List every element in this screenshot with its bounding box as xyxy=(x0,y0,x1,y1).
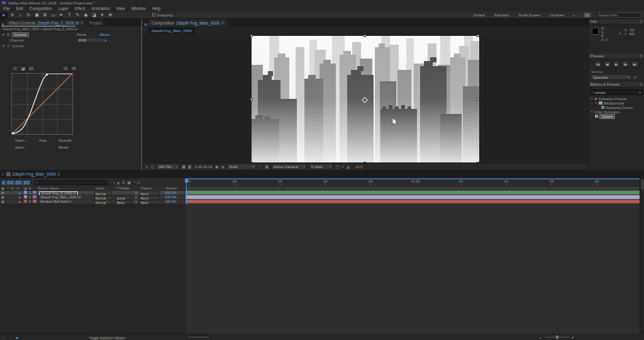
layer-name[interactable]: Medium Red Solid 1 xyxy=(40,200,72,204)
curves-auto-button[interactable]: Auto xyxy=(39,139,47,142)
current-time-display[interactable]: 0:00:00:00 xyxy=(2,179,30,186)
menu-view[interactable]: View xyxy=(113,6,128,11)
eraser-tool-icon[interactable]: ◪ xyxy=(90,12,98,18)
panel-menu-icon[interactable]: ≡ xyxy=(640,20,642,23)
selection-tool-icon[interactable]: ► xyxy=(0,12,8,18)
exposure-value[interactable]: +0.0 xyxy=(355,165,363,169)
previous-frame-button[interactable]: ◀| xyxy=(604,61,611,67)
preset-search-field[interactable]: ⌕ curves × xyxy=(590,89,643,95)
snapshot-icon[interactable]: ◉ xyxy=(215,164,219,169)
show-snapshot-icon[interactable]: ◉ xyxy=(221,164,225,169)
stretch-value[interactable]: 100.0% xyxy=(165,200,177,204)
panel-menu-icon[interactable]: ≡ xyxy=(80,21,83,25)
effect-name[interactable]: Curves xyxy=(12,32,29,37)
expand-icon[interactable]: ▶ xyxy=(19,191,21,195)
hand-tool-icon[interactable]: ✛ xyxy=(8,12,16,18)
pan-behind-tool-icon[interactable]: ⊞ xyxy=(41,12,49,18)
safe-margins-icon[interactable]: ▦ xyxy=(182,164,186,169)
mode-column[interactable]: Mode xyxy=(96,186,104,191)
channel-select[interactable]: RGB ▾ xyxy=(77,38,108,43)
curves-save-button[interactable]: Save... xyxy=(15,145,27,149)
clone-stamp-tool-icon[interactable]: ◉ xyxy=(82,12,90,18)
workspace-default[interactable]: Default xyxy=(474,13,486,17)
curves-reset-button[interactable]: Reset xyxy=(58,145,69,149)
comp-breadcrumb[interactable]: Zdepth Fog_Main_0000 xyxy=(148,28,195,33)
tree-curves-effect[interactable]: Curves xyxy=(589,114,644,118)
trkmat-select[interactable]: Luma▾ xyxy=(116,196,131,200)
parent-select[interactable]: None▾ xyxy=(140,200,160,204)
roto-brush-tool-icon[interactable]: ✦ xyxy=(98,12,106,18)
panel-menu-icon[interactable]: ≡ xyxy=(58,173,60,176)
zoom-out-mountain-icon[interactable]: ▴ xyxy=(540,336,541,339)
mode-select[interactable]: Normal▾ xyxy=(94,191,112,195)
parent-pickwhip-icon[interactable]: ◎ xyxy=(135,191,138,195)
layer-name[interactable]: Zdepth Fog_Main_0000.tif xyxy=(40,195,80,200)
play-button[interactable]: ▶ xyxy=(613,61,619,67)
trkmat-select[interactable]: None▾ xyxy=(116,200,131,204)
flowchart-icon[interactable]: ◭ xyxy=(347,164,350,169)
zoom-slider-handle[interactable] xyxy=(556,336,558,339)
pen-tool-icon[interactable]: ✒ xyxy=(57,12,65,18)
parent-select[interactable]: None▾ xyxy=(140,196,160,200)
comp-current-time[interactable]: 0:00:00:00 xyxy=(194,165,212,169)
eye-icon[interactable]: ◉ xyxy=(1,191,4,195)
composition-viewer[interactable] xyxy=(143,34,588,162)
menu-file[interactable]: File xyxy=(0,6,13,11)
parent-column[interactable]: Parent xyxy=(141,186,151,191)
zoom-in-mountain-icon[interactable]: ▲ xyxy=(571,335,574,339)
curve-pencil-tool-icon[interactable]: ✎ xyxy=(70,65,77,71)
expand-icon[interactable]: ▼ xyxy=(591,97,593,100)
draft-3d-icon[interactable]: ◭ xyxy=(117,180,120,184)
pixel-aspect-icon[interactable]: ▢ xyxy=(335,164,339,169)
rotate-tool-icon[interactable]: ↻ xyxy=(25,12,33,18)
camera-tool-icon[interactable]: ▣ xyxy=(33,12,41,18)
menu-layer[interactable]: Layer xyxy=(55,6,72,11)
tree-color-correction[interactable]: ▼ Color Correction xyxy=(589,110,644,114)
track-area[interactable] xyxy=(186,186,640,340)
camera-select[interactable]: Active Camera ▾ xyxy=(271,164,306,169)
close-icon[interactable]: × xyxy=(2,173,4,176)
next-frame-button[interactable]: |▶ xyxy=(622,61,629,67)
expand-icon[interactable]: ▼ xyxy=(591,110,593,113)
snapping-toggle[interactable]: Snapping xyxy=(152,13,172,17)
tree-backgrounds[interactable]: ▼ Backgrounds xyxy=(589,101,644,105)
graph-editor-icon[interactable]: ∿ xyxy=(137,180,140,184)
motion-blur-icon[interactable]: ◔ xyxy=(133,180,135,184)
selection-handle[interactable] xyxy=(250,98,253,101)
layer-bar-1[interactable] xyxy=(186,191,640,195)
info-panel-header[interactable]: Info ≡ xyxy=(589,19,644,25)
menu-window[interactable]: Window xyxy=(128,6,149,11)
collapse-triangle-icon[interactable]: ▼ xyxy=(2,44,5,48)
type-tool-icon[interactable]: T xyxy=(65,12,74,18)
panel-grip-icon[interactable]: ≣ xyxy=(143,22,148,26)
vertical-scrollbar[interactable] xyxy=(640,178,644,334)
layer-row-3[interactable]: ◉ ▶ 3 Medium Red Solid 1 Normal▾ None▾ ◎… xyxy=(0,200,186,204)
shortcut-select[interactable]: Spacebar ▾ xyxy=(591,74,631,80)
panel-menu-icon[interactable]: ≡ xyxy=(640,82,642,86)
mode-select[interactable]: Normal▾ xyxy=(94,196,112,200)
tree-animation-presets[interactable]: ▼ ✱ Animation Presets xyxy=(589,96,644,101)
curves-editor[interactable] xyxy=(11,73,73,135)
collapse-triangle-icon[interactable]: ▼ xyxy=(2,33,5,37)
layer-bar-2[interactable] xyxy=(186,195,640,199)
curve-point-tool-icon[interactable]: • xyxy=(11,65,18,71)
workspace-overflow-icon[interactable]: » xyxy=(573,13,575,17)
menu-animation[interactable]: Animation xyxy=(89,6,113,11)
curve-channel-tool-icon[interactable]: ◪ xyxy=(19,65,26,71)
current-time-indicator[interactable] xyxy=(186,179,187,205)
selection-handle[interactable] xyxy=(477,98,479,101)
panel-menu-icon[interactable]: ≡ xyxy=(640,54,642,58)
effect-reset-button[interactable]: Reset xyxy=(77,33,87,37)
panel-menu-icon[interactable]: ≡ xyxy=(221,21,224,25)
expand-icon[interactable]: ▶ xyxy=(19,195,21,200)
tab-project[interactable]: Project xyxy=(86,19,105,26)
workspace-libraries[interactable]: Libraries xyxy=(550,13,564,17)
layer-bar-3[interactable] xyxy=(186,200,640,203)
tab-composition[interactable]: Composition Zdepth Fog_Main_0000 ≡ xyxy=(148,19,227,26)
stretch-value[interactable]: 100.0% xyxy=(165,195,177,200)
workspace-small-screen[interactable]: Small Screen xyxy=(518,13,541,17)
curve-open-tool-icon[interactable]: ◫ xyxy=(28,65,35,71)
time-ruler[interactable]: 0f 05f 10f 15f 20f 01:00f 05f 10f 15f 20… xyxy=(186,178,640,186)
snapping-checkbox[interactable] xyxy=(152,13,155,16)
transparency-grid-icon[interactable]: ◑ xyxy=(145,164,148,169)
